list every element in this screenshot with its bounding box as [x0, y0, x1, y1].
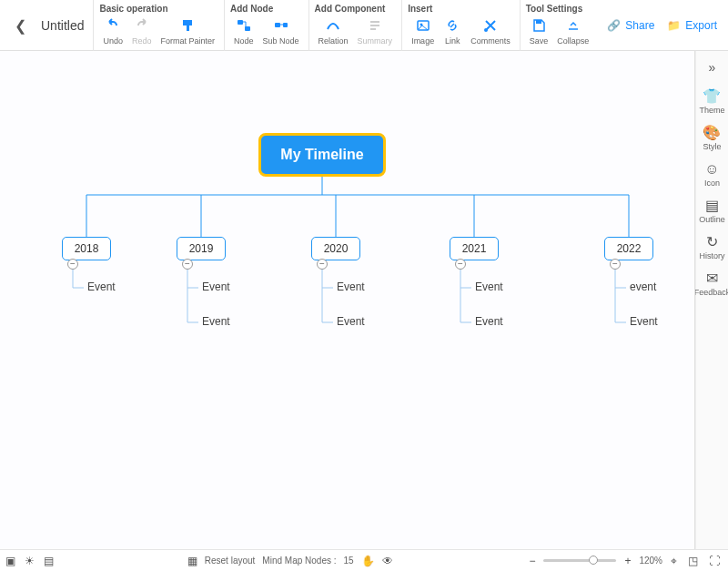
- panel-collapse-button[interactable]: »: [705, 56, 720, 78]
- style-tab[interactable]: 🎨Style: [703, 126, 721, 151]
- link-icon: [444, 17, 460, 34]
- zoom-out-button[interactable]: −: [526, 555, 538, 567]
- brightness-icon[interactable]: ☀: [25, 555, 35, 567]
- feedback-icon: ✉: [706, 271, 718, 286]
- pan-icon[interactable]: ✋: [361, 555, 375, 567]
- event-node[interactable]: Event: [337, 280, 365, 293]
- insert-comments-button[interactable]: Comments: [467, 16, 514, 46]
- svg-rect-13: [536, 20, 541, 24]
- bottom-bar: ▣ ☀ ▤ ▦ Reset layout Mind Map Nodes : 15…: [0, 549, 728, 571]
- export-icon: 📁: [667, 19, 681, 32]
- undo-button[interactable]: Undo: [99, 16, 126, 46]
- collapse-toggle[interactable]: −: [67, 259, 78, 270]
- svg-rect-0: [183, 20, 192, 25]
- collapse-toggle[interactable]: −: [455, 259, 466, 270]
- fullscreen-button[interactable]: ⛶: [706, 555, 723, 567]
- save-button[interactable]: Save: [526, 16, 552, 46]
- svg-point-12: [484, 28, 488, 32]
- summary-icon: [367, 17, 383, 34]
- redo-button[interactable]: Redo: [128, 16, 156, 46]
- collapse-button[interactable]: Collapse: [553, 16, 592, 46]
- outline-tab[interactable]: ▤Outline: [699, 199, 725, 224]
- format-painter-button[interactable]: Format Painter: [157, 16, 219, 46]
- document-title[interactable]: Untitled: [41, 18, 84, 33]
- event-node[interactable]: Event: [337, 315, 365, 328]
- expand-button[interactable]: ◳: [685, 555, 701, 567]
- svg-rect-5: [283, 23, 288, 27]
- group-add-component: Add Component Relation Summary: [308, 0, 402, 51]
- sub-node-button[interactable]: Sub Node: [259, 16, 303, 46]
- relation-button[interactable]: Relation: [315, 16, 352, 46]
- sub-node-icon: [273, 17, 289, 34]
- history-icon: ↻: [706, 235, 718, 250]
- theme-tab[interactable]: 👕Theme: [699, 89, 724, 115]
- eye-icon[interactable]: 👁: [382, 555, 393, 567]
- event-node[interactable]: Event: [475, 280, 503, 293]
- feedback-tab[interactable]: ✉Feedback: [694, 271, 728, 297]
- theme-icon: 👕: [703, 89, 721, 104]
- relation-icon: [325, 17, 341, 34]
- year-node-2020[interactable]: 2020: [311, 237, 360, 260]
- top-toolbar: ❮ Untitled Basic operation Undo Redo For…: [0, 0, 728, 51]
- event-node[interactable]: event: [630, 280, 656, 293]
- year-node-2019[interactable]: 2019: [177, 237, 226, 260]
- collapse-icon: [565, 17, 581, 34]
- group-tool-settings: Tool Settings Save Collapse: [520, 0, 599, 51]
- zoom-in-button[interactable]: +: [622, 555, 633, 567]
- image-icon: [415, 17, 431, 34]
- event-node[interactable]: Event: [475, 315, 503, 328]
- fit-button[interactable]: ⌖: [668, 555, 680, 567]
- paintbrush-icon: [179, 17, 196, 34]
- share-button[interactable]: 🔗 Share: [607, 19, 654, 32]
- collapse-toggle[interactable]: −: [182, 259, 193, 270]
- svg-rect-2: [238, 20, 243, 25]
- outline-icon: ▤: [705, 199, 719, 213]
- event-node[interactable]: Event: [202, 315, 230, 328]
- event-node[interactable]: Event: [630, 315, 658, 328]
- save-icon: [531, 17, 547, 34]
- group-add-node: Add Node Node Sub Node: [224, 0, 308, 51]
- icon-icon: ☺: [704, 162, 719, 177]
- insert-link-button[interactable]: Link: [440, 16, 465, 46]
- zoom-slider[interactable]: [543, 559, 616, 562]
- history-tab[interactable]: ↻History: [699, 235, 724, 260]
- summary-button[interactable]: Summary: [354, 16, 397, 46]
- undo-icon: [105, 17, 121, 34]
- style-icon: 🎨: [703, 126, 721, 140]
- collapse-toggle[interactable]: −: [317, 259, 328, 270]
- year-node-2021[interactable]: 2021: [450, 237, 499, 260]
- zoom-value: 120%: [639, 556, 662, 566]
- icon-tab[interactable]: ☺Icon: [704, 162, 720, 188]
- insert-image-button[interactable]: Image: [408, 16, 438, 46]
- year-node-2022[interactable]: 2022: [604, 237, 653, 260]
- node-icon: [236, 17, 252, 34]
- reset-layout-button[interactable]: Reset layout: [205, 556, 256, 566]
- redo-icon: [134, 17, 150, 34]
- event-node[interactable]: Event: [202, 280, 230, 293]
- group-insert: Insert Image Link Comments: [401, 0, 520, 51]
- node-count-label: Mind Map Nodes :: [262, 556, 336, 566]
- export-button[interactable]: 📁 Export: [667, 19, 717, 32]
- root-node[interactable]: My Timeline: [258, 133, 386, 177]
- layers-icon[interactable]: ▤: [44, 555, 54, 567]
- back-button[interactable]: ❮: [9, 17, 32, 35]
- event-node[interactable]: Event: [87, 280, 116, 293]
- share-icon: 🔗: [607, 19, 621, 32]
- layout-icon[interactable]: ▦: [187, 555, 197, 567]
- collapse-toggle[interactable]: −: [610, 259, 621, 270]
- year-node-2018[interactable]: 2018: [62, 237, 111, 260]
- svg-rect-1: [187, 25, 189, 31]
- node-count-value: 15: [344, 556, 354, 566]
- canvas[interactable]: My Timeline 2018−Event2019−EventEvent202…: [0, 51, 695, 549]
- right-panel: » 👕Theme 🎨Style ☺Icon ▤Outline ↻History …: [695, 51, 728, 549]
- svg-rect-4: [275, 23, 280, 27]
- group-basic-operation: Basic operation Undo Redo Format Painter: [93, 0, 224, 51]
- node-button[interactable]: Node: [230, 16, 258, 46]
- comment-icon: [482, 17, 499, 34]
- presentation-icon[interactable]: ▣: [5, 555, 15, 567]
